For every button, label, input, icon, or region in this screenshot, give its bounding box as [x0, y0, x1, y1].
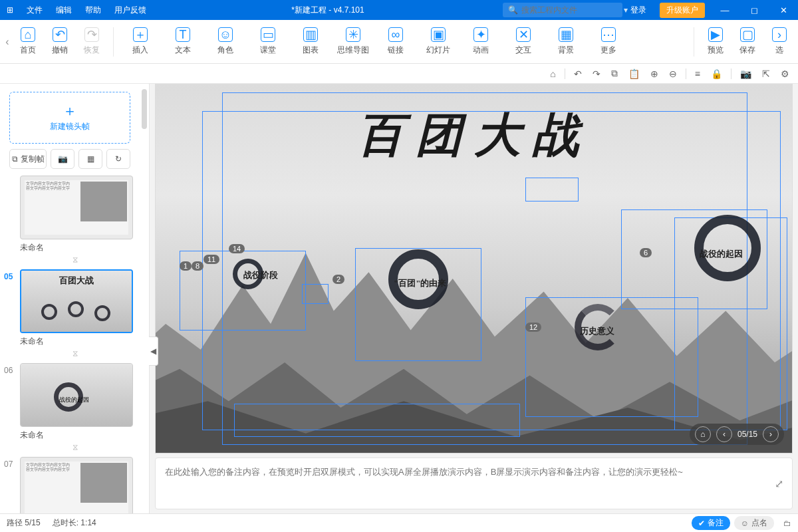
- search-icon: 🔍: [508, 5, 518, 15]
- loop-action-button[interactable]: ↻: [106, 149, 130, 169]
- search-input[interactable]: [521, 5, 621, 15]
- toolbar-更多-button[interactable]: ⋯更多: [587, 23, 630, 60]
- loop-icon: ↻: [115, 154, 122, 164]
- canvas-marker[interactable]: 1: [180, 261, 192, 271]
- toolbar-动画-button[interactable]: ✦动画: [460, 23, 502, 60]
- toolbar-scroll-left[interactable]: ‹: [3, 36, 12, 48]
- rollcall-button[interactable]: ☺点名: [734, 516, 774, 530]
- camera-action-button[interactable]: 📷: [51, 149, 74, 169]
- slide-thumbnail[interactable]: 百团大战: [20, 269, 133, 333]
- canvas-marker[interactable]: 6: [640, 248, 652, 257]
- qr-action-button[interactable]: ▦: [78, 149, 102, 169]
- slide-thumbnail[interactable]: 文字内容文字内容文字内容文字内容文字内容文字: [20, 457, 133, 513]
- mini-settings-icon[interactable]: ⚙: [779, 67, 791, 80]
- canvas-marker[interactable]: 14: [229, 244, 245, 253]
- editor-canvas[interactable]: 百团大战 战役阶段 "百团"的由来 历史意义 战役的起因 14 11 1: [155, 84, 793, 454]
- toolbar-文本-button[interactable]: T文本: [162, 23, 204, 60]
- menu-file[interactable]: 文件: [20, 5, 49, 16]
- toolbar-思维导图-button[interactable]: ✳思维导图: [332, 23, 374, 60]
- toolbar-课堂-button[interactable]: ▭课堂: [247, 23, 289, 60]
- menu-help[interactable]: 帮助: [78, 5, 108, 16]
- transition-icon[interactable]: ⧖: [20, 348, 130, 358]
- slide-sidebar: ＋ 新建镜头帧 ⧉ 复制帧 📷 ▦ ↻ 文字内容文字内容文字内容文字内容文字内容…: [0, 84, 150, 513]
- canvas-marker[interactable]: 2: [332, 275, 344, 284]
- menu-feedback[interactable]: 用户反馈: [108, 5, 153, 16]
- nav-prev-button[interactable]: ‹: [716, 426, 732, 442]
- copy-frame-button[interactable]: ⧉ 复制帧: [9, 149, 47, 169]
- toolbar-撤销-button[interactable]: ↶撤销: [44, 23, 76, 60]
- toolbar-插入-button[interactable]: ＋插入: [119, 23, 162, 60]
- toolbar-预览-button[interactable]: ▶预览: [700, 23, 732, 60]
- close-button[interactable]: ✕: [769, 5, 798, 15]
- toolbar-幻灯片-button[interactable]: ▣幻灯片: [417, 23, 460, 60]
- main-toolbar: ‹ ⌂首页↶撤销↷恢复 ＋插入T文本☺角色▭课堂▥图表✳思维导图∞链接▣幻灯片✦…: [0, 20, 798, 64]
- mini-camera-icon[interactable]: 📷: [738, 67, 753, 80]
- toolbar-交互-button[interactable]: ✕交互: [502, 23, 545, 60]
- status-folder-icon[interactable]: 🗀: [783, 519, 791, 528]
- mini-paste-icon[interactable]: 📋: [626, 67, 642, 80]
- mini-zoomout-icon[interactable]: ⊖: [667, 67, 679, 80]
- upgrade-button[interactable]: 升级账户: [660, 3, 705, 18]
- toolbar-角色-button[interactable]: ☺角色: [204, 23, 247, 60]
- sidebar-collapse-button[interactable]: ◀: [149, 336, 158, 366]
- window-title: *新建工程 - v4.7.101: [153, 5, 503, 16]
- toolbar-icon: ∞: [388, 27, 403, 42]
- sidebar-scrollbar[interactable]: [140, 84, 149, 513]
- search-box[interactable]: 🔍 ▾: [503, 3, 622, 17]
- toolbar-选-button[interactable]: ›选: [763, 23, 795, 60]
- canvas-marker[interactable]: 8: [192, 261, 203, 271]
- mini-lock-icon[interactable]: 🔒: [709, 67, 724, 80]
- toolbar-icon: ▥: [303, 27, 318, 42]
- nav-position: 05/15: [737, 430, 757, 439]
- search-dropdown-icon[interactable]: ▾: [624, 5, 628, 15]
- nav-home-icon[interactable]: ⌂: [695, 426, 711, 442]
- maximize-button[interactable]: ◻: [739, 5, 769, 15]
- notes-expand-button[interactable]: ⤢: [765, 458, 792, 509]
- menu-edit[interactable]: 编辑: [49, 5, 78, 16]
- nav-next-button[interactable]: ›: [763, 426, 779, 442]
- toolbar-icon: ⌂: [21, 27, 35, 42]
- toolbar-label: 首页: [20, 45, 36, 56]
- canvas-wrap: ◀ 百团大战: [150, 84, 798, 513]
- slide-nav-pill: ⌂ ‹ 05/15 ›: [690, 424, 784, 445]
- ink-label-d[interactable]: 战役的起因: [700, 248, 743, 260]
- mini-copy-icon[interactable]: ⧉: [609, 66, 620, 80]
- slide-thumbnail[interactable]: 文字内容文字内容文字内容文字内容文字内容文字: [20, 176, 133, 239]
- ink-label-c[interactable]: 历史意义: [580, 325, 614, 337]
- slide-card[interactable]: 07文字内容文字内容文字内容文字内容文字内容文字⧖: [20, 457, 130, 513]
- slide-thumbnail[interactable]: 战役的起因: [20, 363, 133, 427]
- selection-box: [525, 178, 579, 201]
- notes-input[interactable]: [156, 458, 765, 509]
- toolbar-label: 恢复: [84, 45, 100, 56]
- transition-icon[interactable]: ⧖: [20, 442, 130, 452]
- mini-zoomin-icon[interactable]: ⊕: [648, 67, 660, 80]
- mini-align-icon[interactable]: ≡: [693, 67, 702, 80]
- slide-card[interactable]: 文字内容文字内容文字内容文字内容文字内容文字未命名⧖: [20, 176, 130, 264]
- canvas-marker[interactable]: 12: [525, 323, 541, 332]
- toolbar-label: 选: [775, 45, 783, 56]
- toolbar-图表-button[interactable]: ▥图表: [289, 23, 332, 60]
- mini-export-icon[interactable]: ⇱: [760, 67, 772, 80]
- canvas-marker[interactable]: 11: [203, 255, 219, 264]
- transition-icon[interactable]: ⧖: [20, 255, 130, 264]
- minimize-button[interactable]: ―: [710, 5, 739, 15]
- ink-label-b[interactable]: "百团"的由来: [394, 277, 446, 289]
- toolbar-首页-button[interactable]: ⌂首页: [12, 23, 44, 60]
- mini-undo-icon[interactable]: ↶: [572, 67, 584, 80]
- plus-icon: ＋: [63, 104, 77, 118]
- notes-toggle-button[interactable]: ✔备注: [692, 516, 730, 530]
- selection-box[interactable]: [234, 404, 520, 437]
- slide-card[interactable]: 06战役的起因未命名⧖: [20, 363, 130, 452]
- ink-label-a[interactable]: 战役阶段: [243, 269, 278, 281]
- toolbar-恢复-button[interactable]: ↷恢复: [76, 23, 108, 60]
- selection-box[interactable]: [302, 284, 329, 304]
- toolbar-保存-button[interactable]: ▢保存: [732, 23, 763, 60]
- toolbar-icon: ✳: [346, 27, 360, 42]
- toolbar-背景-button[interactable]: ▦背景: [545, 23, 587, 60]
- mini-redo-icon[interactable]: ↷: [591, 67, 602, 80]
- toolbar-链接-button[interactable]: ∞链接: [374, 23, 417, 60]
- mini-home-icon[interactable]: ⌂: [548, 67, 557, 80]
- new-frame-button[interactable]: ＋ 新建镜头帧: [9, 92, 130, 144]
- toolbar-icon: ▣: [431, 27, 446, 42]
- slide-card[interactable]: 05百团大战未命名⧖: [20, 269, 130, 358]
